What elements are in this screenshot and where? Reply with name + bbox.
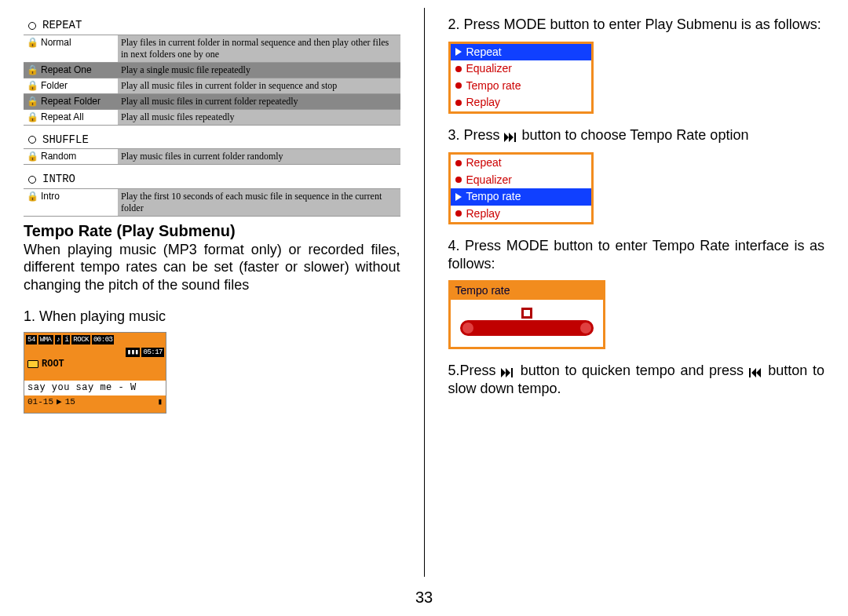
svg-rect-1 [511, 368, 513, 377]
track-pos: 15 [65, 397, 75, 408]
step-5: 5.Press button to quicken tempo and pres… [448, 362, 825, 398]
step-3a: 3. Press [448, 127, 504, 143]
track-title: say you say me - W [24, 381, 166, 395]
lock-icon: 🔒 [24, 78, 41, 93]
player-note-icon: ♪ [55, 335, 62, 344]
svg-rect-0 [514, 133, 516, 142]
player-elapsed: 00:03 [92, 335, 115, 344]
list-item: Equalizer [451, 172, 591, 189]
bullet-icon [28, 176, 36, 184]
mode-name: Random [41, 149, 118, 164]
step-3: 3. Press button to choose Tempo Rate opt… [448, 126, 825, 145]
folder-icon [27, 360, 38, 368]
item-label: Tempo rate [466, 79, 521, 93]
list-item: Repeat [451, 155, 591, 172]
root-label: ROOT [42, 359, 64, 370]
dot-icon [455, 100, 462, 106]
shuffle-table: SHUFFLE 🔒 Random Play music files in cur… [24, 130, 400, 166]
list-item: Tempo rate [451, 188, 591, 206]
player-codec: WMA [38, 335, 53, 344]
mode-desc: Play all music files in current folder r… [118, 94, 400, 109]
mode-name: Repeat Folder [41, 94, 118, 109]
item-label: Replay [466, 96, 501, 110]
bullet-icon [28, 136, 36, 144]
svg-rect-2 [749, 368, 751, 377]
mode-name: Intro [41, 189, 118, 216]
shuffle-header-label: SHUFFLE [42, 133, 89, 148]
item-label: Tempo rate [466, 190, 521, 204]
list-item: Replay [451, 206, 591, 223]
rewind-icon [749, 363, 763, 381]
slider-thumb-icon [521, 308, 532, 319]
mode-desc: Play the first 10 seconds of each music … [118, 189, 400, 216]
tempo-body: When playing music (MP3 format only) or … [24, 241, 400, 294]
play-submenu-1: Repeat Equalizer Tempo rate Replay [448, 42, 594, 114]
mode-desc: Play a single music file repeatedly [118, 63, 400, 78]
player-bat: i [63, 335, 70, 344]
table-row: 🔒 Normal Play files in current folder in… [24, 35, 400, 62]
mode-desc: Play all music files in current folder i… [118, 78, 400, 93]
fast-forward-icon [501, 363, 515, 381]
tempo-rate-box: Tempo rate [448, 280, 605, 349]
left-column: REPEAT 🔒 Normal Play files in current fo… [0, 0, 424, 585]
player-bars-icon: ▮▮▮ [126, 348, 141, 357]
list-item: Repeat [451, 44, 591, 61]
list-item: Equalizer [451, 60, 591, 78]
mode-name: Folder [41, 78, 118, 93]
intro-header: INTRO [24, 169, 400, 188]
item-label: Replay [466, 207, 501, 221]
step-5b: button to quicken tempo and press [521, 363, 749, 378]
lock-icon: 🔒 [24, 35, 41, 62]
mode-desc: Play music files in current folder rando… [118, 149, 400, 164]
item-label: Repeat [466, 46, 502, 60]
lock-icon: 🔒 [24, 110, 41, 125]
dot-icon [455, 82, 462, 89]
play-submenu-2: Repeat Equalizer Tempo rate Replay [448, 152, 594, 224]
table-row: 🔒 Repeat All Play all music files repeat… [24, 109, 400, 125]
mode-desc: Play files in current folder in normal s… [118, 35, 400, 62]
dot-icon [455, 66, 462, 72]
lock-icon: 🔒 [24, 94, 41, 109]
mode-desc: Play all music files repeatedly [118, 110, 400, 125]
repeat-header: REPEAT [24, 16, 400, 35]
lock-icon: 🔒 [24, 149, 41, 164]
tempo-heading: Tempo Rate (Play Submenu) [24, 221, 400, 241]
triangle-icon [455, 48, 462, 56]
intro-header-label: INTRO [42, 173, 75, 187]
item-label: Repeat [466, 156, 502, 170]
fast-forward-icon [504, 127, 518, 145]
slider-track [460, 320, 594, 336]
bullet-icon [28, 22, 36, 30]
player-rock: ROCK [71, 335, 90, 344]
tempo-box-header: Tempo rate [451, 282, 603, 300]
item-label: Equalizer [466, 173, 512, 188]
dot-icon [455, 210, 462, 217]
mode-name: Normal [41, 35, 118, 62]
item-label: Equalizer [466, 62, 512, 76]
table-row: 🔒 Folder Play all music files in current… [24, 78, 400, 93]
right-column: 2. Press MODE button to enter Play Subme… [425, 0, 849, 585]
mode-name: Repeat All [41, 110, 118, 125]
player-screenshot: 54 WMA ♪ i ROCK 00:03 ▮▮▮ 05:17 ROOT say… [24, 332, 166, 414]
triangle-icon [455, 193, 462, 201]
dot-icon [455, 177, 462, 183]
mode-name: Repeat One [41, 63, 118, 78]
step-1: 1. When playing music [24, 308, 400, 326]
repeat-header-label: REPEAT [42, 19, 82, 33]
repeat-table: REPEAT 🔒 Normal Play files in current fo… [24, 16, 400, 126]
table-row: 🔒 Intro Play the first 10 seconds of eac… [24, 188, 400, 216]
shuffle-header: SHUFFLE [24, 130, 400, 149]
step-3b: button to choose Tempo Rate option [522, 127, 749, 143]
list-item: Tempo rate [451, 78, 591, 95]
play-icon: ▶ [57, 397, 62, 408]
step-2: 2. Press MODE button to enter Play Subme… [448, 16, 825, 34]
list-item: Replay [451, 94, 591, 111]
table-row: 🔒 Repeat One Play a single music file re… [24, 62, 400, 78]
page-number: 33 [0, 585, 848, 607]
lock-icon: 🔒 [24, 189, 41, 216]
track-index: 01-15 [27, 397, 53, 408]
dot-icon [455, 160, 462, 166]
player-total: 05:17 [141, 348, 164, 357]
table-row: 🔒 Repeat Folder Play all music files in … [24, 93, 400, 109]
table-row: 🔒 Random Play music files in current fol… [24, 148, 400, 164]
